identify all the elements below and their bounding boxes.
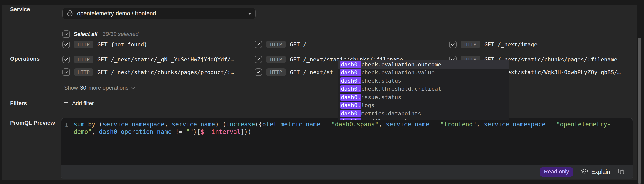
autocomplete-option[interactable]: dash0.metrics.datapoints: [338, 109, 509, 118]
operation-checkbox[interactable]: [449, 41, 457, 48]
http-badge: HTTP: [74, 41, 93, 48]
option-suffix: logs: [361, 102, 374, 108]
service-label: Service: [10, 6, 30, 13]
http-badge: HTTP: [74, 56, 93, 63]
match-highlight: dash0.: [340, 69, 361, 76]
operation-item[interactable]: HTTPGET /_next/image: [449, 41, 538, 48]
option-suffix: check.status: [361, 78, 401, 84]
code-area[interactable]: 1 sum by (service_namespace, service_nam…: [61, 118, 633, 165]
autocomplete-option[interactable]: dash0.logs: [338, 101, 509, 110]
filters-label: Filters: [10, 100, 27, 107]
promql-code: sum by (service_namespace, service_name)…: [74, 121, 612, 136]
caret-down-icon: [248, 11, 251, 16]
editor-footer: Read-only Explain: [61, 165, 633, 179]
autocomplete-option[interactable]: dash0.check.threshold.critical: [338, 85, 509, 93]
operation-name: GET /_next/image: [484, 41, 538, 48]
metric-autocomplete-dropdown: dash0.check.evaluation.outcomedash0.chec…: [338, 60, 509, 120]
autocomplete-option[interactable]: dash0.profiles.total: [338, 118, 509, 120]
operation-checkbox[interactable]: [255, 68, 262, 76]
chevron-down-icon: [131, 85, 136, 91]
autocomplete-option[interactable]: dash0.issue.status: [338, 93, 509, 101]
operation-item[interactable]: HTTPGET /_next/st: [255, 68, 333, 76]
autocomplete-option[interactable]: dash0.check.evaluation.outcome: [338, 60, 509, 69]
explain-button[interactable]: Explain: [581, 168, 610, 176]
http-badge: HTTP: [461, 41, 480, 48]
operation-name: GET {not found}: [97, 41, 147, 48]
operation-name: GET /_next/st: [290, 69, 333, 75]
operation-checkbox[interactable]: [62, 68, 70, 76]
show-more-count: 30: [80, 85, 86, 91]
line-number: 1: [61, 122, 71, 128]
operation-item[interactable]: HTTPGET /_next/static/_qN-_YuSeiHwZjY4dQ…: [62, 56, 234, 63]
option-suffix: check.threshold.critical: [361, 86, 441, 92]
match-highlight: dash0.: [340, 94, 361, 101]
divider: [2, 112, 637, 112]
divider: [2, 16, 637, 16]
show-more-suffix: more operations: [89, 85, 129, 91]
operation-checkbox[interactable]: [62, 41, 70, 48]
select-all-checkbox[interactable]: [62, 30, 70, 38]
operation-checkbox[interactable]: [255, 56, 262, 63]
divider: [2, 94, 637, 94]
scrollbar-thumb[interactable]: [638, 38, 641, 184]
option-suffix: metrics.datapoints: [361, 110, 421, 117]
option-suffix: check.evaluation.value: [361, 69, 434, 76]
http-badge: HTTP: [74, 68, 93, 76]
promql-editor: 1 sum by (service_namespace, service_nam…: [61, 118, 633, 179]
query-builder-screen: Service opentelemetry-demo / frontend Op…: [0, 0, 644, 184]
readonly-badge: Read-only: [540, 167, 573, 177]
option-suffix: check.evaluation.outcome: [361, 61, 441, 68]
operation-item[interactable]: HTTPGET /_next/static/chunks/pages/produ…: [62, 68, 234, 76]
operation-checkbox[interactable]: [62, 56, 70, 63]
copy-button[interactable]: [618, 168, 625, 176]
match-highlight: dash0.: [340, 118, 361, 120]
match-highlight: dash0.: [340, 77, 361, 84]
add-filter-label: Add filter: [72, 100, 94, 107]
show-more-prefix: Show: [64, 85, 78, 91]
plus-icon: [63, 100, 69, 107]
match-highlight: dash0.: [340, 110, 361, 117]
operation-item[interactable]: HTTPGET /: [255, 41, 306, 48]
service-selector[interactable]: opentelemetry-demo / frontend: [62, 8, 256, 19]
operation-item[interactable]: HTTPGET {not found}: [62, 41, 147, 48]
option-suffix: issue.status: [361, 94, 401, 100]
promql-preview-label: PromQL Preview: [10, 120, 55, 126]
match-highlight: dash0.: [340, 61, 361, 68]
autocomplete-option[interactable]: dash0.check.evaluation.value: [338, 69, 509, 77]
operation-name: GET /: [290, 41, 306, 48]
select-all-label: Select all: [74, 31, 97, 37]
operation-checkbox[interactable]: [255, 41, 262, 48]
hive-icon: [67, 10, 74, 17]
match-highlight: dash0.: [340, 102, 361, 109]
http-badge: HTTP: [266, 68, 286, 76]
show-more-operations-button[interactable]: Show 30 more operations: [64, 84, 136, 91]
selected-count: 39/39 selected: [102, 31, 138, 37]
explain-label: Explain: [591, 169, 610, 175]
graduation-cap-icon: [581, 168, 588, 176]
autocomplete-option[interactable]: dash0.check.status: [338, 77, 509, 85]
option-suffix: profiles.total: [361, 118, 408, 120]
copy-icon: [618, 168, 625, 176]
operations-label: Operations: [10, 56, 40, 62]
operation-name: GET /_next/static/chunks/pages/product/:…: [97, 69, 234, 75]
add-filter-button[interactable]: Add filter: [63, 99, 94, 108]
operation-name: GET /_next/static/_qN-_YuSeiHwZjY4dQYdf/…: [97, 56, 234, 63]
match-highlight: dash0.: [340, 85, 361, 92]
http-badge: HTTP: [266, 56, 286, 63]
http-badge: HTTP: [266, 41, 286, 48]
select-all-row[interactable]: Select all 39/39 selected: [62, 30, 139, 38]
